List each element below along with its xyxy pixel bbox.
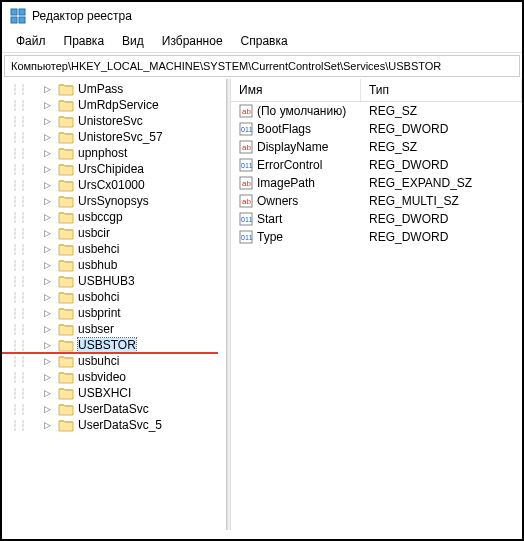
- chevron-right-icon[interactable]: ▷: [44, 388, 54, 398]
- string-value-icon: ab: [239, 140, 253, 154]
- svg-text:011: 011: [241, 162, 253, 169]
- value-row[interactable]: abDisplayNameREG_SZ: [231, 138, 522, 156]
- value-name: Type: [257, 230, 283, 244]
- binary-value-icon: 011: [239, 158, 253, 172]
- tree-item-label: usbprint: [78, 306, 121, 320]
- titlebar: Редактор реестра: [2, 2, 522, 30]
- chevron-right-icon[interactable]: ▷: [44, 324, 54, 334]
- menu-help[interactable]: Справка: [233, 32, 296, 50]
- menubar: Файл Правка Вид Избранное Справка: [2, 30, 522, 53]
- tree-item-label: UnistoreSvc_57: [78, 130, 163, 144]
- tree-item-label: USBSTOR: [78, 338, 136, 352]
- values-panel[interactable]: Имя Тип ab(По умолчанию)REG_SZ011BootFla…: [231, 79, 522, 530]
- tree-item-label: usbcir: [78, 226, 110, 240]
- value-row[interactable]: 011TypeREG_DWORD: [231, 228, 522, 246]
- tree-item-usbser[interactable]: ▷usbser: [42, 321, 226, 337]
- tree-item-label: usbvideo: [78, 370, 126, 384]
- regedit-icon: [10, 8, 26, 24]
- chevron-right-icon[interactable]: ▷: [44, 276, 54, 286]
- chevron-right-icon[interactable]: ▷: [44, 340, 54, 350]
- chevron-right-icon[interactable]: ▷: [44, 196, 54, 206]
- value-row[interactable]: 011StartREG_DWORD: [231, 210, 522, 228]
- chevron-right-icon[interactable]: ▷: [44, 228, 54, 238]
- tree-item-usbhub3[interactable]: ▷USBHUB3: [42, 273, 226, 289]
- value-type: REG_DWORD: [361, 121, 522, 137]
- chevron-right-icon[interactable]: ▷: [44, 244, 54, 254]
- svg-rect-1: [19, 9, 25, 15]
- chevron-right-icon[interactable]: ▷: [44, 372, 54, 382]
- string-value-icon: ab: [239, 194, 253, 208]
- chevron-right-icon[interactable]: ▷: [44, 212, 54, 222]
- tree-item-usbxhci[interactable]: ▷USBXHCI: [42, 385, 226, 401]
- svg-text:011: 011: [241, 234, 253, 241]
- tree-item-usbstor[interactable]: ▷USBSTOR: [42, 337, 226, 353]
- chevron-right-icon[interactable]: ▷: [44, 164, 54, 174]
- tree-item-userdatasvc[interactable]: ▷UserDataSvc: [42, 401, 226, 417]
- menu-edit[interactable]: Правка: [56, 32, 113, 50]
- tree-item-upnphost[interactable]: ▷upnphost: [42, 145, 226, 161]
- value-type: REG_MULTI_SZ: [361, 193, 522, 209]
- chevron-right-icon[interactable]: ▷: [44, 420, 54, 430]
- menu-view[interactable]: Вид: [114, 32, 152, 50]
- chevron-right-icon[interactable]: ▷: [44, 180, 54, 190]
- address-bar[interactable]: Компьютер\HKEY_LOCAL_MACHINE\SYSTEM\Curr…: [4, 55, 520, 77]
- chevron-right-icon[interactable]: ▷: [44, 292, 54, 302]
- tree-item-usbcir[interactable]: ▷usbcir: [42, 225, 226, 241]
- tree-item-usbprint[interactable]: ▷usbprint: [42, 305, 226, 321]
- svg-rect-0: [11, 9, 17, 15]
- tree-item-label: UrsSynopsys: [78, 194, 149, 208]
- svg-rect-2: [11, 17, 17, 23]
- column-name[interactable]: Имя: [231, 79, 361, 101]
- chevron-right-icon[interactable]: ▷: [44, 84, 54, 94]
- svg-text:011: 011: [241, 126, 253, 133]
- tree-item-urssynopsys[interactable]: ▷UrsSynopsys: [42, 193, 226, 209]
- tree-item-usbehci[interactable]: ▷usbehci: [42, 241, 226, 257]
- tree-item-unistoresvc[interactable]: ▷UnistoreSvc: [42, 113, 226, 129]
- folder-icon: [58, 290, 74, 304]
- folder-icon: [58, 386, 74, 400]
- column-type[interactable]: Тип: [361, 79, 522, 101]
- value-row[interactable]: abImagePathREG_EXPAND_SZ: [231, 174, 522, 192]
- tree-item-userdatasvc_5[interactable]: ▷UserDataSvc_5: [42, 417, 226, 433]
- folder-icon: [58, 242, 74, 256]
- tree-item-umpass[interactable]: ▷UmPass: [42, 81, 226, 97]
- value-type: REG_DWORD: [361, 157, 522, 173]
- value-type: REG_DWORD: [361, 211, 522, 227]
- chevron-right-icon[interactable]: ▷: [44, 148, 54, 158]
- svg-text:ab: ab: [242, 179, 251, 188]
- tree-item-label: UmRdpService: [78, 98, 159, 112]
- tree-item-label: UmPass: [78, 82, 123, 96]
- tree-item-usbhub[interactable]: ▷usbhub: [42, 257, 226, 273]
- tree-item-urschipidea[interactable]: ▷UrsChipidea: [42, 161, 226, 177]
- chevron-right-icon[interactable]: ▷: [44, 132, 54, 142]
- chevron-right-icon[interactable]: ▷: [44, 404, 54, 414]
- tree-item-usbuhci[interactable]: ▷usbuhci: [42, 353, 226, 369]
- tree-item-umrdpservice[interactable]: ▷UmRdpService: [42, 97, 226, 113]
- folder-icon: [58, 226, 74, 240]
- menu-file[interactable]: Файл: [8, 32, 54, 50]
- chevron-right-icon[interactable]: ▷: [44, 308, 54, 318]
- svg-text:ab: ab: [242, 143, 251, 152]
- tree-panel[interactable]: ▷UmPass▷UmRdpService▷UnistoreSvc▷Unistor…: [2, 79, 227, 530]
- chevron-right-icon[interactable]: ▷: [44, 260, 54, 270]
- tree-item-usbohci[interactable]: ▷usbohci: [42, 289, 226, 305]
- folder-icon: [58, 258, 74, 272]
- tree-item-usbvideo[interactable]: ▷usbvideo: [42, 369, 226, 385]
- value-row[interactable]: 011ErrorControlREG_DWORD: [231, 156, 522, 174]
- chevron-right-icon[interactable]: ▷: [44, 116, 54, 126]
- tree-item-unistoresvc_57[interactable]: ▷UnistoreSvc_57: [42, 129, 226, 145]
- value-row[interactable]: 011BootFlagsREG_DWORD: [231, 120, 522, 138]
- value-row[interactable]: ab(По умолчанию)REG_SZ: [231, 102, 522, 120]
- chevron-right-icon[interactable]: ▷: [44, 100, 54, 110]
- value-name: ErrorControl: [257, 158, 322, 172]
- value-type: REG_SZ: [361, 139, 522, 155]
- tree-item-usbccgp[interactable]: ▷usbccgp: [42, 209, 226, 225]
- binary-value-icon: 011: [239, 122, 253, 136]
- menu-favorites[interactable]: Избранное: [154, 32, 231, 50]
- tree-item-label: usbehci: [78, 242, 119, 256]
- value-name: BootFlags: [257, 122, 311, 136]
- chevron-right-icon[interactable]: ▷: [44, 356, 54, 366]
- value-row[interactable]: abOwnersREG_MULTI_SZ: [231, 192, 522, 210]
- value-name: Owners: [257, 194, 298, 208]
- tree-item-urscx01000[interactable]: ▷UrsCx01000: [42, 177, 226, 193]
